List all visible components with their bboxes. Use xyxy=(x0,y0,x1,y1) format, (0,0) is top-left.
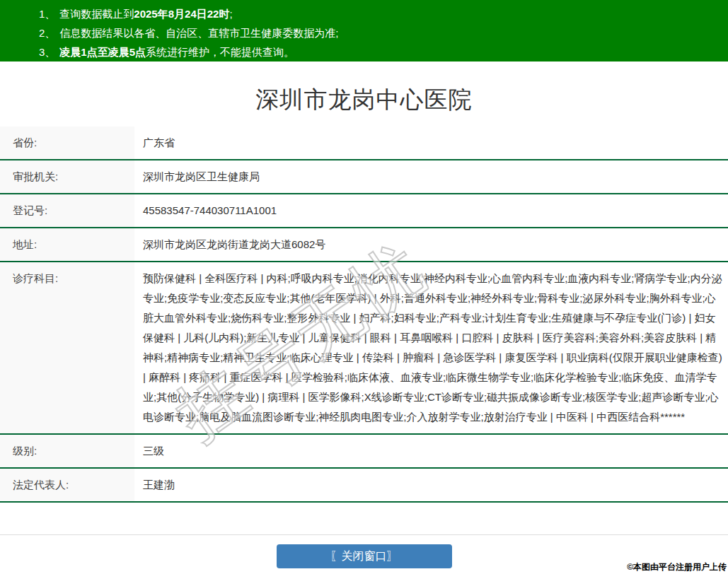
row-value: 45583547-744030711A1001 xyxy=(134,194,728,227)
row-label: 审批机关: xyxy=(0,160,134,193)
notice-line-2: 2、信息数据结果以各省、自治区、直辖市卫生健康委数据为准; xyxy=(39,23,728,42)
notice-line-1: 1、查询数据截止到2025年8月24日22时; xyxy=(39,4,728,23)
table-row-approval-authority: 审批机关: 深圳市龙岗区卫生健康局 xyxy=(0,160,728,194)
notice-text: 系统进行维护，不能提供查询。 xyxy=(146,46,294,58)
notice-number: 1、 xyxy=(39,8,55,20)
notice-text-bold: 凌晨1点至凌晨5点 xyxy=(59,46,146,58)
row-value: 深圳市龙岗区龙岗街道龙岗大道6082号 xyxy=(134,228,728,261)
table-row-province: 省份: 广东省 xyxy=(0,127,728,160)
row-value: 深圳市龙岗区卫生健康局 xyxy=(134,160,728,193)
row-label: 诊疗科目: xyxy=(0,262,134,433)
row-label: 地址: xyxy=(0,228,134,261)
notice-text: ; xyxy=(229,8,232,20)
copyright-note: ©本图由平台注册用户上传 xyxy=(627,561,727,573)
footer-bar: 〖关闭窗口〗 xyxy=(0,534,728,574)
row-label: 级别: xyxy=(0,435,134,467)
row-label: 登记号: xyxy=(0,194,134,227)
row-label: 法定代表人: xyxy=(0,469,134,501)
close-window-button[interactable]: 〖关闭窗口〗 xyxy=(277,544,452,568)
row-value: 广东省 xyxy=(134,127,728,159)
notice-number: 3、 xyxy=(39,46,55,58)
notice-text: 信息数据结果以各省、自治区、直辖市卫生健康委数据为准; xyxy=(59,27,338,39)
table-row-level: 级别: 三级 xyxy=(0,435,728,469)
notice-number: 2、 xyxy=(39,27,55,39)
notice-line-3: 3、凌晨1点至凌晨5点系统进行维护，不能提供查询。 xyxy=(39,42,728,62)
row-value: 三级 xyxy=(134,435,728,467)
row-label: 省份: xyxy=(0,127,134,159)
notice-text: 查询数据截止到 xyxy=(59,8,134,20)
row-value: 预防保健科 | 全科医疗科 | 内科;呼吸内科专业;消化内科专业;神经内科专业;… xyxy=(134,262,728,433)
table-row-address: 地址: 深圳市龙岗区龙岗街道龙岗大道6082号 xyxy=(0,228,728,262)
table-row-registration-number: 登记号: 45583547-744030711A1001 xyxy=(0,194,728,228)
row-value: 王建渤 xyxy=(134,469,728,501)
notice-banner: 1、查询数据截止到2025年8月24日22时; 2、信息数据结果以各省、自治区、… xyxy=(0,0,728,62)
table-row-medical-subjects: 诊疗科目: 预防保健科 | 全科医疗科 | 内科;呼吸内科专业;消化内科专业;神… xyxy=(0,262,728,435)
hospital-info-table: 省份: 广东省 审批机关: 深圳市龙岗区卫生健康局 登记号: 45583547-… xyxy=(0,127,728,503)
table-row-legal-representative: 法定代表人: 王建渤 xyxy=(0,469,728,503)
page-title: 深圳市龙岗中心医院 xyxy=(0,83,728,127)
notice-text-bold: 2025年8月24日22时 xyxy=(134,8,229,20)
